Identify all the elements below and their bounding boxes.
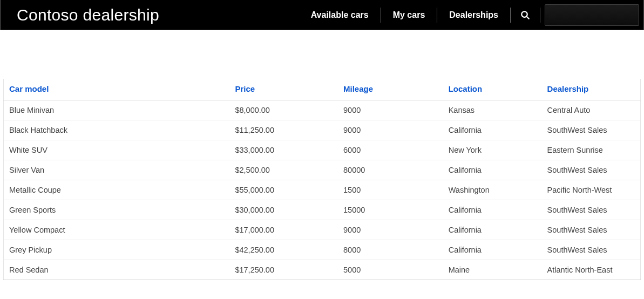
table-row[interactable]: Red Sedan$17,250.005000MaineAtlantic Nor… — [4, 260, 641, 280]
cell-price: $11,250.00 — [229, 120, 338, 140]
cell-model: Black Hatchback — [4, 120, 230, 140]
cell-dealership: Eastern Sunrise — [542, 140, 641, 160]
svg-line-1 — [526, 16, 529, 19]
table-row[interactable]: Grey Pickup$42,250.008000CaliforniaSouth… — [4, 240, 641, 260]
cell-dealership: SouthWest Sales — [542, 120, 641, 140]
cell-model: Red Sedan — [4, 260, 230, 280]
cell-price: $17,250.00 — [229, 260, 338, 280]
cell-dealership: SouthWest Sales — [542, 220, 641, 240]
cell-dealership: SouthWest Sales — [542, 240, 641, 260]
cell-model: Grey Pickup — [4, 240, 230, 260]
search-button[interactable] — [511, 8, 540, 23]
cell-location: New York — [443, 140, 542, 160]
table-row[interactable]: Yellow Compact$17,000.009000CaliforniaSo… — [4, 220, 641, 240]
cell-location: Kansas — [443, 100, 542, 120]
table-row[interactable]: Blue Minivan$8,000.009000KansasCentral A… — [4, 100, 641, 120]
search-icon — [520, 10, 530, 20]
col-header-price[interactable]: Price — [229, 79, 338, 100]
cell-mileage: 9000 — [338, 220, 443, 240]
table-row[interactable]: Silver Van$2,500.0080000CaliforniaSouthW… — [4, 160, 641, 180]
cell-mileage: 15000 — [338, 200, 443, 220]
cell-mileage: 5000 — [338, 260, 443, 280]
topbar: Contoso dealership Available cars My car… — [0, 0, 644, 30]
col-header-mileage[interactable]: Mileage — [338, 79, 443, 100]
cell-model: White SUV — [4, 140, 230, 160]
cell-location: California — [443, 240, 542, 260]
cell-model: Yellow Compact — [4, 220, 230, 240]
cell-location: Maine — [443, 260, 542, 280]
cell-price: $42,250.00 — [229, 240, 338, 260]
nav-dealerships[interactable]: Dealerships — [437, 8, 511, 23]
cell-location: Washington — [443, 180, 542, 200]
cell-mileage: 6000 — [338, 140, 443, 160]
cell-location: California — [443, 220, 542, 240]
brand-title: Contoso dealership — [17, 6, 159, 24]
nav: Available cars My cars Dealerships — [299, 0, 643, 30]
cell-location: California — [443, 120, 542, 140]
cell-model: Metallic Coupe — [4, 180, 230, 200]
cell-model: Silver Van — [4, 160, 230, 180]
cell-dealership: SouthWest Sales — [542, 200, 641, 220]
cars-table: Car model Price Mileage Location Dealers… — [3, 79, 641, 280]
cell-mileage: 9000 — [338, 120, 443, 140]
nav-available-cars[interactable]: Available cars — [299, 8, 381, 23]
content: Car model Price Mileage Location Dealers… — [0, 30, 644, 283]
cell-mileage: 9000 — [338, 100, 443, 120]
cell-price: $8,000.00 — [229, 100, 338, 120]
cell-price: $33,000.00 — [229, 140, 338, 160]
table-row[interactable]: White SUV$33,000.006000New YorkEastern S… — [4, 140, 641, 160]
col-header-location[interactable]: Location — [443, 79, 542, 100]
table-header-row: Car model Price Mileage Location Dealers… — [4, 79, 641, 100]
cell-price: $17,000.00 — [229, 220, 338, 240]
cell-price: $2,500.00 — [229, 160, 338, 180]
cell-mileage: 80000 — [338, 160, 443, 180]
cell-location: California — [443, 160, 542, 180]
cell-dealership: Central Auto — [542, 100, 641, 120]
table-row[interactable]: Green Sports$30,000.0015000CaliforniaSou… — [4, 200, 641, 220]
cell-dealership: Atlantic North-East — [542, 260, 641, 280]
cell-dealership: SouthWest Sales — [542, 160, 641, 180]
cell-mileage: 1500 — [338, 180, 443, 200]
col-header-dealership[interactable]: Dealership — [542, 79, 641, 100]
cell-price: $55,000.00 — [229, 180, 338, 200]
table-row[interactable]: Black Hatchback$11,250.009000CaliforniaS… — [4, 120, 641, 140]
cell-price: $30,000.00 — [229, 200, 338, 220]
col-header-model[interactable]: Car model — [4, 79, 230, 100]
cell-dealership: Pacific North-West — [542, 180, 641, 200]
cell-mileage: 8000 — [338, 240, 443, 260]
table-row[interactable]: Metallic Coupe$55,000.001500WashingtonPa… — [4, 180, 641, 200]
cell-model: Blue Minivan — [4, 100, 230, 120]
nav-my-cars[interactable]: My cars — [381, 8, 438, 23]
cell-model: Green Sports — [4, 200, 230, 220]
user-account-box[interactable] — [545, 4, 639, 26]
cell-location: California — [443, 200, 542, 220]
